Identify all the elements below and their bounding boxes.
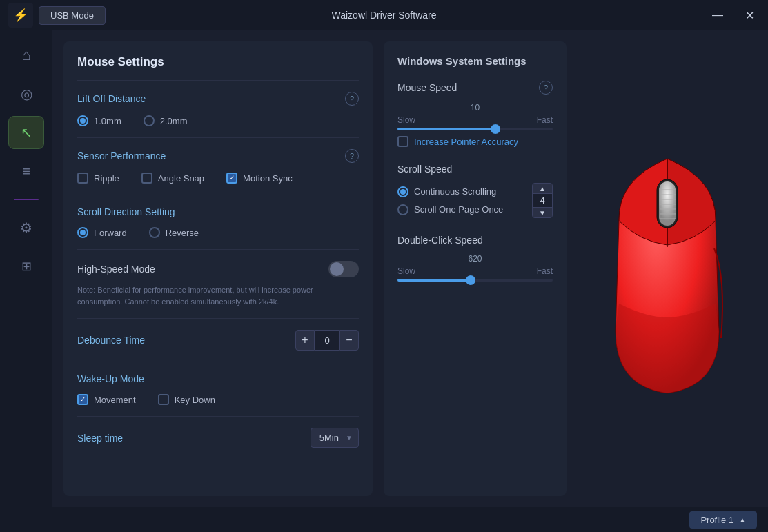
debounce-section: Debounce Time + 0 − — [77, 318, 359, 362]
mouse-speed-slider-thumb[interactable] — [491, 124, 500, 134]
high-speed-toggle[interactable] — [328, 261, 359, 277]
lift-off-radio-group: 1.0mm 2.0mm — [77, 115, 359, 126]
debounce-title: Debounce Time — [77, 335, 145, 346]
scroll-reverse-radio[interactable] — [149, 227, 160, 238]
sensor-angle-snap-checkbox[interactable] — [141, 173, 152, 184]
double-click-slider-track[interactable] — [397, 279, 553, 282]
scroll-direction-header: Scroll Direction Setting — [77, 206, 359, 217]
sidebar-item-list[interactable]: ≡ — [8, 155, 44, 188]
app-title: Waizowl Driver Software — [332, 10, 437, 21]
mouse-speed-labels: Slow Fast — [397, 115, 553, 125]
continuous-scrolling-label: Continuous Scrolling — [414, 186, 496, 197]
profile-button[interactable]: Profile 1 ▲ — [689, 511, 757, 529]
sleep-time-dropdown[interactable]: 5Min ▼ — [311, 428, 359, 448]
scroll-reverse[interactable]: Reverse — [149, 227, 199, 238]
lift-off-2mm[interactable]: 2.0mm — [144, 115, 188, 126]
panel-title: Mouse Settings — [77, 55, 359, 69]
lift-off-1mm-radio[interactable] — [77, 115, 88, 126]
debounce-stepper: + 0 − — [295, 330, 359, 351]
lift-off-1mm-label: 1.0mm — [94, 116, 121, 126]
spinbox-up-btn[interactable]: ▲ — [533, 184, 552, 193]
sidebar-item-cursor[interactable]: ↖ — [8, 116, 44, 149]
mouse-speed-fast-label: Fast — [537, 115, 553, 125]
usb-mode-button[interactable]: USB Mode — [39, 6, 106, 25]
one-page-once-radio[interactable] — [397, 204, 408, 215]
profile-arrow-icon: ▲ — [739, 516, 746, 524]
sidebar-item-settings2[interactable]: ⊞ — [8, 250, 44, 283]
one-page-once-label: Scroll One Page Once — [414, 204, 503, 215]
double-click-slider-fill — [397, 279, 471, 282]
mouse-speed-slow-label: Slow — [397, 115, 415, 125]
scroll-forward-label: Forward — [94, 228, 127, 238]
wakeup-movement-checkbox[interactable] — [77, 394, 88, 405]
spinbox-value: 4 — [533, 193, 552, 208]
double-click-header: Double-Click Speed — [397, 235, 553, 246]
mouse-speed-slider-fill — [397, 128, 495, 130]
double-click-title: Double-Click Speed — [397, 235, 483, 246]
lift-off-2mm-label: 2.0mm — [160, 116, 188, 126]
close-button[interactable]: ✕ — [740, 6, 760, 25]
app-icon: ⚡ — [8, 3, 33, 28]
sensor-angle-snap[interactable]: Angle Snap — [141, 173, 204, 184]
scroll-forward-radio[interactable] — [77, 227, 88, 238]
spinbox-down-btn[interactable]: ▼ — [533, 208, 552, 217]
scroll-forward[interactable]: Forward — [77, 227, 127, 238]
mouse-speed-help-icon[interactable]: ? — [539, 81, 553, 95]
sensor-motion-sync-label: Motion Sync — [243, 173, 293, 184]
wakeup-keydown[interactable]: Key Down — [158, 394, 215, 405]
continuous-scrolling[interactable]: Continuous Scrolling — [397, 186, 503, 197]
window-controls: — ✕ — [707, 6, 760, 25]
sensor-help-icon[interactable]: ? — [345, 149, 359, 163]
wakeup-keydown-checkbox[interactable] — [158, 394, 169, 405]
debounce-minus-btn[interactable]: − — [339, 330, 359, 351]
wakeup-section: Wake-Up Mode Movement Key Down — [77, 362, 359, 416]
sensor-title: Sensor Performance — [77, 150, 166, 161]
sidebar-item-home[interactable]: ⌂ — [8, 39, 44, 72]
double-click-fast-label: Fast — [537, 266, 553, 276]
lightning-icon: ⚡ — [13, 8, 28, 23]
wakeup-movement[interactable]: Movement — [77, 394, 136, 405]
sleep-time-section: Sleep time 5Min ▼ — [77, 416, 359, 459]
profile-label: Profile 1 — [700, 515, 733, 525]
high-speed-label: High-Speed Mode — [77, 264, 155, 275]
wakeup-title: Wake-Up Mode — [77, 373, 144, 384]
dropdown-arrow-icon: ▼ — [346, 434, 353, 442]
one-page-once[interactable]: Scroll One Page Once — [397, 204, 503, 215]
sidebar-item-target[interactable]: ◎ — [8, 77, 44, 110]
double-click-slider-thumb[interactable] — [466, 275, 475, 285]
lift-off-2mm-radio[interactable] — [144, 115, 155, 126]
scroll-speed-radio-group: Continuous Scrolling Scroll One Page Onc… — [397, 186, 503, 215]
lift-off-help-icon[interactable]: ? — [345, 92, 359, 106]
mouse-speed-header: Mouse Speed ? — [397, 81, 553, 95]
high-speed-row: High-Speed Mode — [77, 261, 359, 277]
double-click-slow-label: Slow — [397, 266, 415, 276]
scroll-direction-section: Scroll Direction Setting Forward Reverse — [77, 195, 359, 249]
high-speed-note: Note: Beneficial for performance improve… — [77, 284, 359, 307]
scroll-direction-title: Scroll Direction Setting — [77, 206, 175, 217]
debounce-plus-btn[interactable]: + — [295, 330, 315, 351]
windows-panel-title: Windows System Settings — [397, 55, 553, 67]
scroll-direction-radio-group: Forward Reverse — [77, 227, 359, 238]
scroll-speed-row: Continuous Scrolling Scroll One Page Onc… — [397, 183, 553, 218]
sidebar-item-settings[interactable]: ⚙ — [8, 211, 44, 244]
sensor-ripple-checkbox[interactable] — [77, 173, 88, 184]
sensor-ripple-label: Ripple — [94, 173, 119, 184]
wakeup-checkbox-group: Movement Key Down — [77, 394, 359, 405]
sidebar: ⌂ ◎ ↖ ≡ ⚙ ⊞ — [0, 30, 52, 507]
scroll-speed-spinbox: ▲ 4 ▼ — [532, 183, 553, 218]
continuous-scrolling-radio[interactable] — [397, 186, 408, 197]
sensor-motion-sync[interactable]: Motion Sync — [226, 173, 293, 184]
sleep-time-value: 5Min — [319, 433, 339, 443]
wakeup-header: Wake-Up Mode — [77, 373, 359, 384]
mouse-speed-slider-track[interactable] — [397, 128, 553, 130]
sensor-motion-sync-checkbox[interactable] — [226, 173, 237, 184]
pointer-accuracy-checkbox[interactable] — [397, 136, 408, 147]
windows-settings-panel: Windows System Settings Mouse Speed ? 10… — [384, 41, 567, 496]
minimize-button[interactable]: — — [707, 6, 729, 25]
lift-off-section: Lift Off Distance ? 1.0mm 2.0mm — [77, 80, 359, 137]
sidebar-divider — [14, 199, 39, 200]
lift-off-header: Lift Off Distance ? — [77, 92, 359, 106]
mouse-speed-value: 10 — [397, 103, 553, 112]
lift-off-1mm[interactable]: 1.0mm — [77, 115, 121, 126]
sensor-ripple[interactable]: Ripple — [77, 173, 119, 184]
